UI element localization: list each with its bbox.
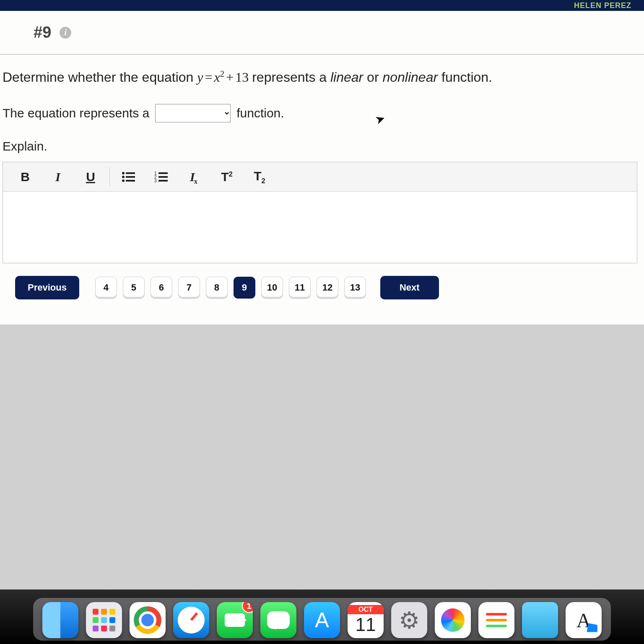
question-prompt: Determine whether the equation y=x2+13 r… <box>3 67 640 87</box>
question-page: #9 i Determine whether the equation y=x2… <box>0 11 644 325</box>
calendar-month: OCT <box>348 605 384 614</box>
svg-rect-3 <box>126 176 135 178</box>
prompt-text-pre: Determine whether the equation <box>3 70 197 85</box>
dock-launchpad-icon[interactable] <box>86 602 122 638</box>
svg-point-2 <box>122 176 125 178</box>
superscript-icon: T2 <box>221 170 233 184</box>
subscript-icon: T2 <box>254 169 265 185</box>
answer-pre: The equation represents a <box>3 106 149 120</box>
dock-safari-icon[interactable] <box>173 602 209 638</box>
clear-format-button[interactable]: Ix <box>178 165 210 189</box>
superscript-button[interactable]: T2 <box>210 165 243 189</box>
rte-toolbar: B I U 1 2 <box>3 162 637 192</box>
svg-rect-7 <box>158 172 168 174</box>
answer-row: The equation represents a function. <box>3 104 640 122</box>
page-button-5[interactable]: 5 <box>123 277 145 299</box>
page-button-11[interactable]: 11 <box>289 277 311 299</box>
page-button-10[interactable]: 10 <box>261 277 283 299</box>
bulleted-list-button[interactable] <box>112 165 145 189</box>
prompt-text-mid: represents a <box>252 70 330 85</box>
word-linear: linear <box>330 70 363 85</box>
eq-plus: + <box>224 70 235 85</box>
dock-appstore-icon[interactable]: A <box>304 602 340 638</box>
rich-text-editor: B I U 1 2 <box>3 162 637 263</box>
toolbar-separator <box>109 168 110 186</box>
dock-finder-icon[interactable] <box>42 602 78 638</box>
macos-dock-area: 1 A OCT 11 ⚙ A <box>0 589 644 644</box>
dock-messages-icon[interactable] <box>260 602 296 638</box>
svg-point-4 <box>122 179 125 182</box>
bold-button[interactable]: B <box>9 165 42 189</box>
dock-photos-icon[interactable] <box>435 602 471 638</box>
numbered-list-button[interactable]: 1 2 3 <box>145 165 178 189</box>
prompt-text-post: function. <box>441 70 492 85</box>
eq-var: x <box>214 70 220 85</box>
page-button-6[interactable]: 6 <box>151 277 172 299</box>
answer-post: function. <box>236 106 284 120</box>
pagination-row: Previous 45678910111213 Next <box>3 263 640 316</box>
function-type-select[interactable] <box>155 104 231 122</box>
page-button-8[interactable]: 8 <box>206 277 228 299</box>
prompt-text-or: or <box>367 70 382 85</box>
dock-fontbook-icon[interactable]: A <box>566 602 602 638</box>
dock-chrome-icon[interactable] <box>130 602 166 638</box>
eq-const: 13 <box>235 70 249 85</box>
svg-rect-1 <box>126 172 135 174</box>
calendar-day: 11 <box>356 614 376 635</box>
equation: y=x2+13 <box>197 70 252 85</box>
page-button-12[interactable]: 12 <box>317 277 338 299</box>
dock-calendar-icon[interactable]: OCT 11 <box>348 602 384 638</box>
eq-lhs: y <box>197 70 203 85</box>
next-button[interactable]: Next <box>380 276 439 299</box>
svg-rect-11 <box>158 180 168 182</box>
eq-equals: = <box>203 70 214 85</box>
dock-facetime-icon[interactable]: 1 <box>217 602 253 638</box>
clear-format-icon: Ix <box>190 170 198 184</box>
eq-exponent: 2 <box>220 69 224 78</box>
numbered-list-icon: 1 2 3 <box>154 171 169 183</box>
svg-point-0 <box>122 172 125 174</box>
macos-dock: 1 A OCT 11 ⚙ A <box>33 598 611 641</box>
explain-label: Explain. <box>3 139 640 153</box>
dock-settings-icon[interactable]: ⚙ <box>391 602 427 638</box>
italic-button[interactable]: I <box>42 165 74 189</box>
page-button-9[interactable]: 9 <box>234 277 255 299</box>
rte-textarea[interactable] <box>3 192 637 263</box>
question-number: #9 <box>34 23 51 42</box>
question-body: Determine whether the equation y=x2+13 r… <box>0 55 644 325</box>
dock-folder-icon[interactable] <box>522 602 558 638</box>
page-button-7[interactable]: 7 <box>178 277 200 299</box>
dock-reminders-icon[interactable] <box>478 602 514 638</box>
underline-button[interactable]: U <box>74 165 107 189</box>
question-header: #9 i <box>0 11 644 55</box>
page-button-13[interactable]: 13 <box>344 277 366 299</box>
previous-button[interactable]: Previous <box>15 276 79 299</box>
svg-text:3: 3 <box>154 179 157 183</box>
app-topbar: HELEN PEREZ <box>0 0 644 11</box>
word-nonlinear: nonlinear <box>382 70 438 85</box>
bulleted-list-icon <box>122 171 136 183</box>
info-icon[interactable]: i <box>60 27 71 39</box>
svg-rect-5 <box>126 180 135 182</box>
svg-rect-9 <box>158 176 168 178</box>
subscript-button[interactable]: T2 <box>243 165 276 189</box>
facetime-badge: 1 <box>243 602 253 612</box>
user-name: HELEN PEREZ <box>574 1 631 10</box>
page-button-4[interactable]: 4 <box>95 277 117 299</box>
